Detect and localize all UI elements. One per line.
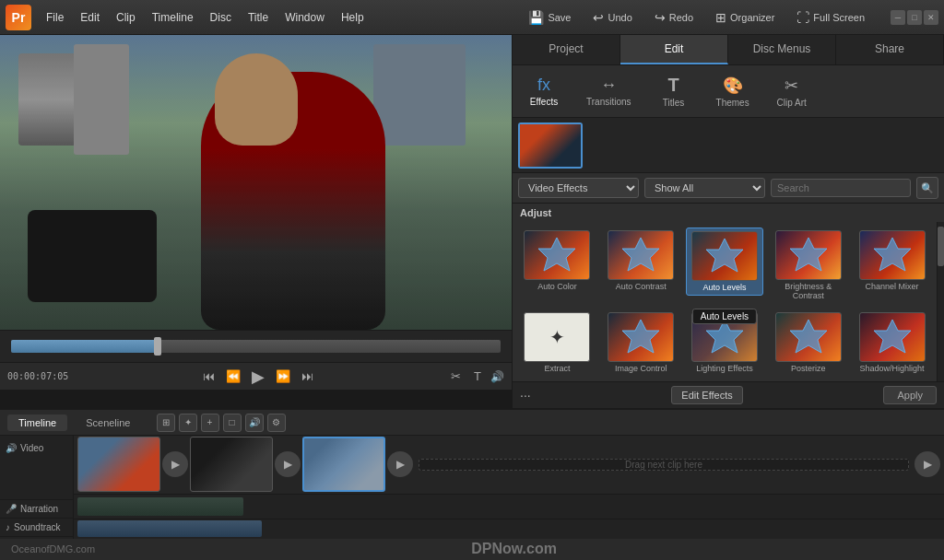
scissors-button[interactable]: ✂	[447, 368, 465, 385]
narration-icon: 🎤	[6, 504, 17, 514]
sub-nav: fx Effects ↔ Transitions T Titles 🎨 Them…	[513, 65, 944, 118]
effect-brightness-contrast[interactable]: Brightness & Contrast	[769, 228, 847, 303]
transport-right: ✂ T 🔊	[447, 368, 504, 385]
play-button[interactable]: ▶	[248, 365, 268, 389]
tab-disc-menus[interactable]: Disc Menus	[728, 35, 836, 64]
effect-posterize[interactable]: Posterize	[769, 309, 847, 376]
current-time: 00:00:07:05	[7, 371, 68, 381]
thumbnail-item[interactable]	[518, 122, 583, 169]
menu-item-file[interactable]: File	[39, 7, 71, 28]
edit-effects-button[interactable]: Edit Effects	[671, 386, 742, 404]
tab-sceneline[interactable]: Sceneline	[75, 414, 141, 431]
video-track: ▶ ▶ ▶ Drag next clip here ▶	[74, 436, 944, 495]
effects-scrollbar[interactable]	[937, 222, 944, 381]
filters-row: Video Effects Show All 🔍	[513, 173, 944, 204]
subnav-clip-art[interactable]: ✂ Clip Art	[770, 72, 814, 111]
effect-auto-contrast[interactable]: Auto Contrast	[602, 228, 680, 294]
transitions-icon: ↔	[600, 76, 617, 95]
clip-3[interactable]	[302, 437, 385, 492]
snap-button[interactable]: ✦	[179, 414, 197, 432]
themes-label: Themes	[716, 98, 749, 108]
menu-item-disc[interactable]: Disc	[203, 7, 239, 28]
more-options[interactable]: ···	[520, 388, 531, 402]
search-input[interactable]	[771, 179, 911, 197]
organizer-button[interactable]: ⊞ Organizer	[710, 7, 780, 28]
svg-marker-5	[622, 320, 659, 353]
thumbnail-strip	[513, 118, 944, 173]
subnav-titles[interactable]: T Titles	[652, 71, 696, 111]
fullscreen-icon: ⛶	[796, 10, 809, 25]
clip-2[interactable]	[190, 437, 273, 492]
go-to-start-button[interactable]: ⏮	[199, 368, 218, 385]
step-back-button[interactable]: ⏪	[222, 368, 244, 385]
save-icon: 💾	[528, 10, 544, 25]
effect-image-control[interactable]: Image Control	[602, 309, 680, 376]
minimize-button[interactable]: ─	[891, 10, 905, 25]
close-button[interactable]: ✕	[924, 10, 938, 25]
undo-icon: ↩	[593, 10, 604, 25]
show-all-select[interactable]: Show All	[644, 178, 765, 198]
drop-zone[interactable]: Drag next clip here	[419, 459, 909, 471]
subnav-themes[interactable]: 🎨 Themes	[711, 72, 755, 111]
effect-auto-levels[interactable]: Auto Levels	[686, 228, 764, 296]
svg-marker-4	[874, 238, 911, 271]
effects-area: Auto ColorAuto ContrastAuto LevelsAuto L…	[513, 222, 944, 381]
menu-item-title[interactable]: Title	[241, 7, 276, 28]
add-media-button[interactable]: +	[201, 414, 219, 432]
effect-thumb-auto-contrast	[608, 230, 674, 280]
effect-channel-mixer[interactable]: Channel Mixer	[853, 228, 931, 294]
text-button[interactable]: T	[470, 368, 485, 385]
clip-arrow-4: ▶	[914, 451, 940, 477]
effect-type-select[interactable]: Video Effects	[518, 178, 639, 198]
effect-label-auto-levels: Auto Levels	[702, 283, 746, 292]
menu-bar: Pr FileEditClipTimelineDiscTitleWindowHe…	[0, 0, 944, 35]
clip-1[interactable]	[77, 437, 160, 492]
menu-item-window[interactable]: Window	[277, 7, 332, 28]
effect-thumb-shadow-highlight	[859, 312, 926, 362]
settings-button[interactable]: ⚙	[267, 414, 286, 432]
menu-item-timeline[interactable]: Timeline	[145, 7, 201, 28]
go-to-end-button[interactable]: ⏭	[298, 368, 317, 385]
transport-controls: ⏮ ⏪ ▶ ⏩ ⏭	[74, 365, 442, 389]
redo-icon: ↪	[655, 10, 666, 25]
tab-share[interactable]: Share	[836, 35, 944, 64]
fullscreen-button[interactable]: ⛶ Full Screen	[791, 7, 870, 28]
soundtrack-clip	[77, 520, 262, 537]
svg-marker-0	[538, 238, 575, 271]
search-button[interactable]: 🔍	[916, 177, 938, 199]
effect-label-auto-color: Auto Color	[537, 282, 577, 291]
step-forward-button[interactable]: ⏩	[272, 368, 294, 385]
website-label: OceanofDMG.com	[11, 543, 95, 554]
effect-auto-color[interactable]: Auto Color	[518, 228, 596, 294]
menu-item-edit[interactable]: Edit	[73, 7, 107, 28]
volume-ctrl-button[interactable]: 🔊	[245, 414, 264, 432]
undo-button[interactable]: ↩ Undo	[587, 7, 637, 28]
scrubber-track[interactable]	[11, 340, 501, 353]
subnav-effects[interactable]: fx Effects	[522, 72, 566, 111]
action-row: ··· Edit Effects Apply	[513, 381, 944, 408]
tab-project[interactable]: Project	[513, 35, 620, 64]
effect-label-brightness-contrast: Brightness & Contrast	[772, 282, 844, 300]
tab-edit[interactable]: Edit	[620, 35, 728, 64]
menu-item-help[interactable]: Help	[334, 7, 372, 28]
apply-button[interactable]: Apply	[883, 386, 937, 404]
section-label: Adjust	[513, 204, 944, 222]
app-logo: Pr	[6, 5, 31, 30]
redo-button[interactable]: ↪ Redo	[649, 7, 699, 28]
menu-item-clip[interactable]: Clip	[109, 7, 143, 28]
right-panel: Project Edit Disc Menus Share fx Effects…	[512, 35, 944, 408]
effect-thumb-image-control	[608, 312, 674, 362]
toggle-view-button[interactable]: ⊞	[157, 414, 175, 432]
tab-timeline[interactable]: Timeline	[7, 414, 67, 431]
effect-shadow-highlight[interactable]: Shadow/Highlight	[853, 309, 931, 376]
music-icon: ♪	[6, 522, 10, 532]
maximize-button[interactable]: □	[907, 10, 922, 25]
soundtrack-track-label: ♪ Soundtrack	[0, 519, 73, 537]
subnav-transitions[interactable]: ↔ Transitions	[581, 72, 637, 111]
save-button[interactable]: 💾 Save	[523, 7, 576, 28]
effect-extract[interactable]: Extract	[518, 309, 596, 376]
monitor-button[interactable]: □	[223, 414, 242, 432]
scrubber-thumb[interactable]	[154, 337, 161, 356]
effect-label-channel-mixer: Channel Mixer	[866, 282, 919, 291]
effect-label-auto-contrast: Auto Contrast	[616, 282, 667, 291]
